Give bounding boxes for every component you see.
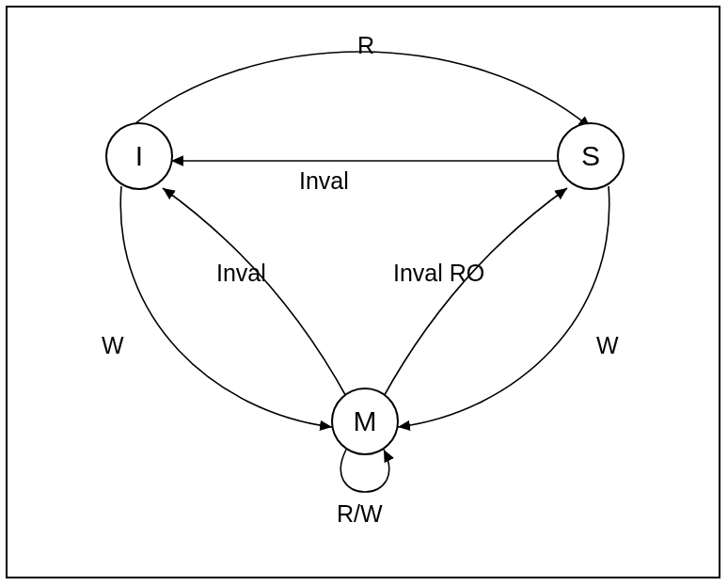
- edge-label-w-im: W: [102, 332, 124, 359]
- state-node-m: M: [331, 388, 399, 455]
- edge-m-to-s: [382, 188, 567, 400]
- state-node-s: S: [557, 122, 625, 190]
- edge-label-w-sm: W: [596, 332, 619, 359]
- edge-i-to-m: [120, 186, 332, 427]
- edge-label-inval-si: Inval: [299, 167, 349, 195]
- edge-label-r: R: [357, 32, 374, 59]
- edge-label-rw: R/W: [337, 500, 383, 528]
- state-label-m: M: [354, 405, 377, 437]
- edge-m-to-i: [163, 188, 348, 400]
- edges-svg: [8, 8, 722, 580]
- edge-m-self: [340, 450, 388, 492]
- state-node-i: I: [105, 122, 173, 190]
- edge-label-inval-ro: Inval RO: [393, 260, 484, 287]
- state-label-i: I: [135, 140, 143, 172]
- state-label-s: S: [581, 140, 600, 172]
- diagram-frame: I S M R Inval Inval Inval RO W W R/W: [6, 6, 720, 578]
- edge-label-inval-mi: Inval: [216, 260, 266, 287]
- edge-i-to-s: [130, 52, 591, 128]
- edge-s-to-m: [398, 186, 609, 427]
